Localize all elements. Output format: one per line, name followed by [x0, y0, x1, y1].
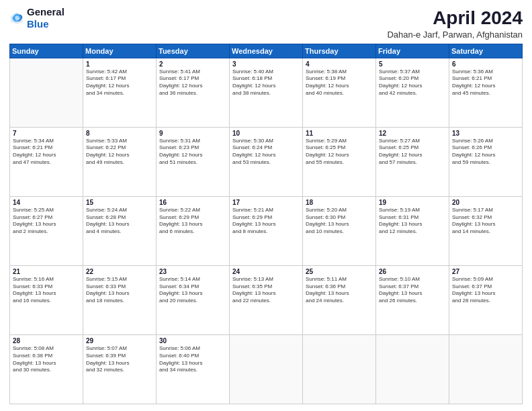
daylight-and: and 36 minutes.	[159, 90, 226, 97]
logo-blue: Blue	[27, 18, 49, 30]
calendar-cell	[303, 334, 376, 404]
calendar-cell: 3Sunrise: 5:40 AMSunset: 6:18 PMDaylight…	[230, 58, 303, 127]
sunset-text: Sunset: 6:25 PM	[306, 144, 373, 152]
sunset-text: Sunset: 6:21 PM	[452, 75, 519, 83]
day-number: 5	[379, 60, 446, 68]
header-wednesday: Wednesday	[230, 44, 303, 58]
daylight-and: and 22 minutes.	[232, 298, 300, 305]
daylight-and: and 57 minutes.	[379, 159, 446, 167]
cell-info: Sunrise: 5:42 AMSunset: 6:17 PMDaylight:…	[86, 68, 153, 97]
sunset-text: Sunset: 6:33 PM	[13, 283, 80, 291]
sunrise-text: Sunrise: 5:26 AM	[452, 138, 519, 145]
calendar-cell	[230, 334, 303, 404]
daylight-label: Daylight: 13 hours	[379, 290, 446, 298]
sunset-text: Sunset: 6:34 PM	[159, 283, 226, 291]
daylight-label: Daylight: 12 hours	[452, 152, 519, 159]
cell-info: Sunrise: 5:38 AMSunset: 6:19 PMDaylight:…	[306, 68, 373, 97]
header: General Blue April 2024 Dahan-e Jarf, Pa…	[9, 7, 523, 40]
sunrise-text: Sunrise: 5:38 AM	[306, 68, 373, 76]
day-number: 7	[13, 130, 80, 137]
cell-info: Sunrise: 5:40 AMSunset: 6:18 PMDaylight:…	[232, 68, 300, 97]
day-number: 25	[306, 268, 373, 275]
sunrise-text: Sunrise: 5:27 AM	[379, 138, 446, 145]
cell-info: Sunrise: 5:14 AMSunset: 6:34 PMDaylight:…	[159, 276, 226, 305]
daylight-label: Daylight: 12 hours	[86, 83, 153, 90]
logo: General Blue	[9, 7, 64, 30]
cell-info: Sunrise: 5:29 AMSunset: 6:25 PMDaylight:…	[306, 138, 373, 167]
daylight-label: Daylight: 12 hours	[159, 152, 226, 159]
sunrise-text: Sunrise: 5:10 AM	[379, 276, 446, 283]
daylight-and: and 42 minutes.	[379, 90, 446, 97]
day-number: 17	[232, 199, 300, 206]
cell-info: Sunrise: 5:36 AMSunset: 6:21 PMDaylight:…	[452, 68, 519, 97]
sunrise-text: Sunrise: 5:34 AM	[13, 138, 80, 145]
daylight-label: Daylight: 12 hours	[232, 83, 300, 90]
daylight-and: and 8 minutes.	[232, 228, 300, 236]
calendar-cell: 2Sunrise: 5:41 AMSunset: 6:17 PMDaylight…	[157, 58, 230, 127]
cell-info: Sunrise: 5:24 AMSunset: 6:28 PMDaylight:…	[86, 207, 153, 236]
sunrise-text: Sunrise: 5:19 AM	[379, 207, 446, 214]
calendar-cell: 13Sunrise: 5:26 AMSunset: 6:26 PMDayligh…	[449, 127, 523, 196]
day-number: 28	[13, 337, 80, 345]
calendar-cell: 5Sunrise: 5:37 AMSunset: 6:20 PMDaylight…	[376, 58, 449, 127]
calendar-cell: 6Sunrise: 5:36 AMSunset: 6:21 PMDaylight…	[449, 58, 523, 127]
daylight-and: and 26 minutes.	[379, 298, 446, 305]
header-saturday: Saturday	[449, 44, 523, 58]
calendar-cell: 1Sunrise: 5:42 AMSunset: 6:17 PMDaylight…	[83, 58, 157, 127]
daylight-and: and 40 minutes.	[306, 90, 373, 97]
daylight-and: and 49 minutes.	[86, 159, 153, 167]
daylight-and: and 53 minutes.	[232, 159, 300, 167]
calendar-cell: 16Sunrise: 5:22 AMSunset: 6:29 PMDayligh…	[157, 196, 230, 265]
daylight-and: and 6 minutes.	[159, 228, 226, 236]
daylight-label: Daylight: 13 hours	[452, 221, 519, 228]
header-monday: Monday	[83, 44, 157, 58]
sunrise-text: Sunrise: 5:08 AM	[13, 345, 80, 353]
day-number: 8	[86, 130, 153, 137]
day-number: 6	[452, 60, 519, 68]
calendar-cell: 25Sunrise: 5:11 AMSunset: 6:36 PMDayligh…	[303, 265, 376, 334]
daylight-label: Daylight: 13 hours	[452, 290, 519, 298]
sunset-text: Sunset: 6:23 PM	[159, 144, 226, 152]
cell-info: Sunrise: 5:13 AMSunset: 6:35 PMDaylight:…	[232, 276, 300, 305]
calendar-cell: 10Sunrise: 5:30 AMSunset: 6:24 PMDayligh…	[230, 127, 303, 196]
sunrise-text: Sunrise: 5:06 AM	[159, 345, 226, 353]
cell-info: Sunrise: 5:21 AMSunset: 6:29 PMDaylight:…	[232, 207, 300, 236]
sunset-text: Sunset: 6:25 PM	[379, 144, 446, 152]
cell-info: Sunrise: 5:06 AMSunset: 6:40 PMDaylight:…	[159, 345, 226, 374]
calendar-week-2: 7Sunrise: 5:34 AMSunset: 6:21 PMDaylight…	[10, 127, 523, 196]
daylight-label: Daylight: 13 hours	[306, 221, 373, 228]
sunset-text: Sunset: 6:39 PM	[86, 353, 153, 360]
cell-info: Sunrise: 5:10 AMSunset: 6:37 PMDaylight:…	[379, 276, 446, 305]
cell-info: Sunrise: 5:34 AMSunset: 6:21 PMDaylight:…	[13, 138, 80, 167]
day-number: 9	[159, 130, 226, 137]
sunset-text: Sunset: 6:38 PM	[13, 353, 80, 360]
weekday-header-row: Sunday Monday Tuesday Wednesday Thursday…	[10, 44, 523, 58]
day-number: 20	[452, 199, 519, 206]
sunset-text: Sunset: 6:20 PM	[379, 75, 446, 83]
sunset-text: Sunset: 6:29 PM	[232, 214, 300, 222]
sunrise-text: Sunrise: 5:11 AM	[306, 276, 373, 283]
cell-info: Sunrise: 5:16 AMSunset: 6:33 PMDaylight:…	[13, 276, 80, 305]
daylight-and: and 18 minutes.	[86, 298, 153, 305]
sunset-text: Sunset: 6:21 PM	[13, 144, 80, 152]
calendar-cell	[449, 334, 523, 404]
cell-info: Sunrise: 5:31 AMSunset: 6:23 PMDaylight:…	[159, 138, 226, 167]
sunrise-text: Sunrise: 5:20 AM	[306, 207, 373, 214]
sunrise-text: Sunrise: 5:42 AM	[86, 68, 153, 76]
page: General Blue April 2024 Dahan-e Jarf, Pa…	[0, 0, 532, 411]
daylight-and: and 24 minutes.	[306, 298, 373, 305]
daylight-and: and 47 minutes.	[13, 159, 80, 167]
daylight-label: Daylight: 12 hours	[86, 152, 153, 159]
daylight-and: and 34 minutes.	[86, 90, 153, 97]
daylight-label: Daylight: 12 hours	[159, 83, 226, 90]
daylight-and: and 12 minutes.	[379, 228, 446, 236]
sunrise-text: Sunrise: 5:37 AM	[379, 68, 446, 76]
calendar-cell: 26Sunrise: 5:10 AMSunset: 6:37 PMDayligh…	[376, 265, 449, 334]
sunrise-text: Sunrise: 5:17 AM	[452, 207, 519, 214]
cell-info: Sunrise: 5:33 AMSunset: 6:22 PMDaylight:…	[86, 138, 153, 167]
daylight-and: and 14 minutes.	[452, 228, 519, 236]
cell-info: Sunrise: 5:25 AMSunset: 6:27 PMDaylight:…	[13, 207, 80, 236]
calendar-cell: 30Sunrise: 5:06 AMSunset: 6:40 PMDayligh…	[157, 334, 230, 404]
day-number: 14	[13, 199, 80, 206]
daylight-and: and 16 minutes.	[13, 298, 80, 305]
